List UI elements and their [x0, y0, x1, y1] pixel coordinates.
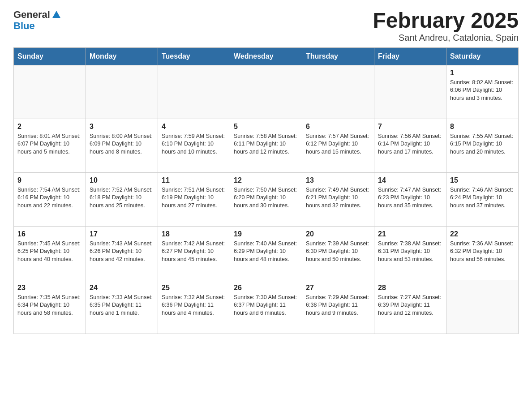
day-number: 8 [450, 123, 515, 131]
day-cell: 16Sunrise: 7:45 AM Sunset: 6:25 PM Dayli… [17, 230, 82, 264]
table-row: 17Sunrise: 7:43 AM Sunset: 6:26 PM Dayli… [86, 226, 158, 280]
calendar-week-row: 9Sunrise: 7:54 AM Sunset: 6:16 PM Daylig… [14, 172, 519, 226]
day-info: Sunrise: 7:58 AM Sunset: 6:11 PM Dayligh… [234, 133, 298, 156]
day-info: Sunrise: 7:38 AM Sunset: 6:31 PM Dayligh… [378, 240, 442, 264]
table-row: 24Sunrise: 7:33 AM Sunset: 6:35 PM Dayli… [86, 280, 158, 334]
table-row: 1Sunrise: 8:02 AM Sunset: 6:06 PM Daylig… [446, 65, 519, 119]
day-cell: 8Sunrise: 7:55 AM Sunset: 6:15 PM Daylig… [450, 123, 515, 156]
logo: General Blue [13, 9, 61, 31]
day-info: Sunrise: 7:51 AM Sunset: 6:19 PM Dayligh… [162, 186, 226, 210]
day-info: Sunrise: 7:30 AM Sunset: 6:37 PM Dayligh… [234, 294, 298, 317]
day-info: Sunrise: 7:50 AM Sunset: 6:20 PM Dayligh… [234, 186, 298, 210]
table-row: 16Sunrise: 7:45 AM Sunset: 6:25 PM Dayli… [14, 226, 86, 280]
table-row: 28Sunrise: 7:27 AM Sunset: 6:39 PM Dayli… [374, 280, 446, 334]
calendar-table: Sunday Monday Tuesday Wednesday Thursday… [13, 47, 519, 334]
day-number: 24 [90, 284, 154, 292]
calendar-header-row: Sunday Monday Tuesday Wednesday Thursday… [14, 47, 519, 65]
day-number: 14 [378, 176, 442, 184]
table-row: 6Sunrise: 7:57 AM Sunset: 6:12 PM Daylig… [302, 119, 374, 172]
table-row: 13Sunrise: 7:49 AM Sunset: 6:21 PM Dayli… [302, 172, 374, 226]
col-saturday: Saturday [446, 47, 519, 65]
col-thursday: Thursday [302, 47, 374, 65]
day-info: Sunrise: 7:54 AM Sunset: 6:16 PM Dayligh… [17, 186, 82, 210]
table-row: 5Sunrise: 7:58 AM Sunset: 6:11 PM Daylig… [230, 119, 302, 172]
day-info: Sunrise: 7:47 AM Sunset: 6:23 PM Dayligh… [378, 186, 442, 210]
day-number: 9 [17, 176, 82, 184]
table-row: 10Sunrise: 7:52 AM Sunset: 6:18 PM Dayli… [86, 172, 158, 226]
day-info: Sunrise: 7:36 AM Sunset: 6:32 PM Dayligh… [450, 240, 515, 264]
day-number: 25 [162, 284, 226, 292]
table-row: 27Sunrise: 7:29 AM Sunset: 6:38 PM Dayli… [302, 280, 374, 334]
day-info: Sunrise: 7:27 AM Sunset: 6:39 PM Dayligh… [378, 294, 442, 317]
svg-marker-0 [52, 11, 60, 18]
day-cell: 22Sunrise: 7:36 AM Sunset: 6:32 PM Dayli… [450, 230, 515, 264]
title-block: February 2025 Sant Andreu, Catalonia, Sp… [373, 9, 519, 43]
table-row: 19Sunrise: 7:40 AM Sunset: 6:29 PM Dayli… [230, 226, 302, 280]
day-number: 12 [234, 176, 298, 184]
day-number: 13 [306, 176, 370, 184]
day-info: Sunrise: 7:29 AM Sunset: 6:38 PM Dayligh… [306, 294, 370, 317]
table-row: 26Sunrise: 7:30 AM Sunset: 6:37 PM Dayli… [230, 280, 302, 334]
day-info: Sunrise: 7:35 AM Sunset: 6:34 PM Dayligh… [17, 294, 82, 317]
table-row: 22Sunrise: 7:36 AM Sunset: 6:32 PM Dayli… [446, 226, 519, 280]
day-cell: 17Sunrise: 7:43 AM Sunset: 6:26 PM Dayli… [90, 230, 154, 264]
table-row: 12Sunrise: 7:50 AM Sunset: 6:20 PM Dayli… [230, 172, 302, 226]
day-info: Sunrise: 7:40 AM Sunset: 6:29 PM Dayligh… [234, 240, 298, 264]
table-row [230, 65, 302, 119]
table-row [158, 65, 230, 119]
day-cell: 11Sunrise: 7:51 AM Sunset: 6:19 PM Dayli… [162, 176, 226, 210]
table-row: 23Sunrise: 7:35 AM Sunset: 6:34 PM Dayli… [14, 280, 86, 334]
day-number: 6 [306, 123, 370, 131]
day-info: Sunrise: 7:52 AM Sunset: 6:18 PM Dayligh… [90, 186, 154, 210]
day-info: Sunrise: 8:00 AM Sunset: 6:09 PM Dayligh… [90, 133, 154, 156]
table-row [86, 65, 158, 119]
day-cell: 20Sunrise: 7:39 AM Sunset: 6:30 PM Dayli… [306, 230, 370, 264]
day-cell: 10Sunrise: 7:52 AM Sunset: 6:18 PM Dayli… [90, 176, 154, 210]
day-info: Sunrise: 7:42 AM Sunset: 6:27 PM Dayligh… [162, 240, 226, 264]
day-cell: 7Sunrise: 7:56 AM Sunset: 6:14 PM Daylig… [378, 123, 442, 156]
day-info: Sunrise: 7:49 AM Sunset: 6:21 PM Dayligh… [306, 186, 370, 210]
day-number: 17 [90, 230, 154, 238]
day-info: Sunrise: 7:32 AM Sunset: 6:36 PM Dayligh… [162, 294, 226, 317]
day-cell: 14Sunrise: 7:47 AM Sunset: 6:23 PM Dayli… [378, 176, 442, 210]
day-info: Sunrise: 7:57 AM Sunset: 6:12 PM Dayligh… [306, 133, 370, 156]
calendar-week-row: 23Sunrise: 7:35 AM Sunset: 6:34 PM Dayli… [14, 280, 519, 334]
table-row [302, 65, 374, 119]
day-cell: 21Sunrise: 7:38 AM Sunset: 6:31 PM Dayli… [378, 230, 442, 264]
table-row [14, 65, 86, 119]
calendar-week-row: 16Sunrise: 7:45 AM Sunset: 6:25 PM Dayli… [14, 226, 519, 280]
table-row: 9Sunrise: 7:54 AM Sunset: 6:16 PM Daylig… [14, 172, 86, 226]
day-info: Sunrise: 7:55 AM Sunset: 6:15 PM Dayligh… [450, 133, 515, 156]
day-cell: 5Sunrise: 7:58 AM Sunset: 6:11 PM Daylig… [234, 123, 298, 156]
table-row: 4Sunrise: 7:59 AM Sunset: 6:10 PM Daylig… [158, 119, 230, 172]
logo-triangle-icon [51, 10, 61, 20]
day-cell: 27Sunrise: 7:29 AM Sunset: 6:38 PM Dayli… [306, 284, 370, 317]
day-info: Sunrise: 8:02 AM Sunset: 6:06 PM Dayligh… [450, 79, 515, 103]
day-number: 7 [378, 123, 442, 131]
day-info: Sunrise: 7:39 AM Sunset: 6:30 PM Dayligh… [306, 240, 370, 264]
table-row: 21Sunrise: 7:38 AM Sunset: 6:31 PM Dayli… [374, 226, 446, 280]
day-info: Sunrise: 7:33 AM Sunset: 6:35 PM Dayligh… [90, 294, 154, 317]
day-cell: 9Sunrise: 7:54 AM Sunset: 6:16 PM Daylig… [17, 176, 82, 210]
day-number: 16 [17, 230, 82, 238]
table-row: 18Sunrise: 7:42 AM Sunset: 6:27 PM Dayli… [158, 226, 230, 280]
day-number: 19 [234, 230, 298, 238]
day-cell: 26Sunrise: 7:30 AM Sunset: 6:37 PM Dayli… [234, 284, 298, 317]
table-row [446, 280, 519, 334]
day-cell: 23Sunrise: 7:35 AM Sunset: 6:34 PM Dayli… [17, 284, 82, 317]
col-tuesday: Tuesday [158, 47, 230, 65]
table-row: 7Sunrise: 7:56 AM Sunset: 6:14 PM Daylig… [374, 119, 446, 172]
day-number: 18 [162, 230, 226, 238]
day-cell: 4Sunrise: 7:59 AM Sunset: 6:10 PM Daylig… [162, 123, 226, 156]
logo-text-general: General [13, 9, 50, 20]
col-wednesday: Wednesday [230, 47, 302, 65]
day-cell: 2Sunrise: 8:01 AM Sunset: 6:07 PM Daylig… [17, 123, 82, 156]
page-header: General Blue February 2025 Sant Andreu, … [13, 9, 519, 43]
day-cell: 12Sunrise: 7:50 AM Sunset: 6:20 PM Dayli… [234, 176, 298, 210]
day-number: 11 [162, 176, 226, 184]
day-number: 3 [90, 123, 154, 131]
col-friday: Friday [374, 47, 446, 65]
day-info: Sunrise: 7:59 AM Sunset: 6:10 PM Dayligh… [162, 133, 226, 156]
day-number: 28 [378, 284, 442, 292]
day-cell: 3Sunrise: 8:00 AM Sunset: 6:09 PM Daylig… [90, 123, 154, 156]
